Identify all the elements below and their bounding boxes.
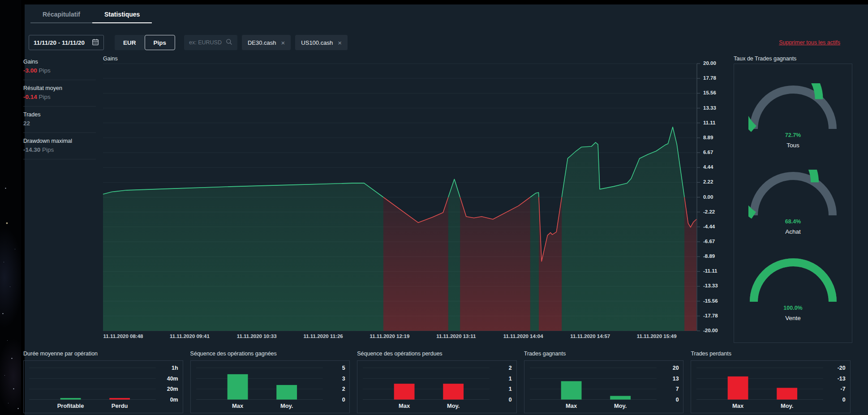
view-tabs: Récapitulatif Statistiques (30, 11, 152, 23)
svg-text:0: 0 (509, 397, 512, 403)
remove-asset-icon[interactable]: × (338, 39, 342, 46)
svg-text:Max: Max (399, 402, 410, 409)
svg-text:-13: -13 (838, 376, 846, 382)
win-rate-gauge: 72.7%Tous (748, 83, 838, 150)
summary-unit: Pips (40, 146, 54, 153)
x-tick-label: 11.11.2020 11:26 (303, 334, 343, 339)
svg-text:7: 7 (675, 386, 679, 392)
calendar-icon[interactable] (92, 39, 99, 47)
svg-text:Moy.: Moy. (614, 402, 627, 409)
tab-recapitulatif[interactable]: Récapitulatif (30, 11, 92, 23)
y-tick-label: -4.44 (703, 224, 715, 229)
summary-value: -0.14 Pips (23, 94, 96, 100)
x-tick-label: 11.11.2020 14:57 (570, 334, 610, 339)
y-axis-labels: 20.0017.7815.5613.3311.118.896.674.442.2… (703, 64, 735, 331)
gains-chart-canvas (103, 64, 700, 331)
svg-text:Max: Max (732, 402, 744, 409)
mini-chart-canvas: 5320MaxMoy. (191, 361, 350, 413)
y-tick-label: 11.11 (703, 120, 716, 125)
svg-text:0m: 0m (170, 397, 178, 403)
summary-value: -3.00 Pips (23, 67, 96, 74)
win-rate-gauge: 100.0%Vente (748, 256, 838, 323)
gauge-value: 68.4% (748, 218, 838, 225)
x-axis-labels: 11.11.2020 08:4811.11.2020 09:4111.11.20… (103, 334, 696, 341)
starfield (0, 0, 0, 0)
y-tick-label: -17.78 (703, 313, 718, 318)
svg-text:1: 1 (509, 386, 512, 392)
summary-value: -14.30 Pips (23, 146, 96, 153)
summary-unit: Pips (37, 67, 51, 74)
mini-chart-box: -20-13-70MaxMoy. (691, 360, 851, 413)
svg-text:13: 13 (673, 376, 679, 382)
svg-text:Max: Max (566, 402, 577, 409)
win-rate-gauge: 68.4%Achat (748, 170, 838, 237)
asset-tag[interactable]: US100.cash× (295, 35, 348, 50)
desktop-wallpaper-strip (0, 0, 21, 415)
svg-text:Moy.: Moy. (781, 402, 794, 409)
y-tick-label: 20.00 (703, 60, 716, 66)
x-tick-label: 11.11.2020 08:48 (103, 334, 143, 339)
mini-chart-box: 1h40m20m0mProfitablePerdu (23, 360, 183, 413)
y-tick-label: -6.67 (703, 239, 715, 244)
mini-chart-title: Durée moyenne par opération (23, 351, 183, 357)
mini-chart-canvas: -20-13-70MaxMoy. (691, 361, 850, 413)
gauge-label: Achat (748, 228, 838, 235)
svg-text:0: 0 (675, 397, 679, 403)
win-rate-gauges-panel: 72.7%Tous68.4%Achat100.0%Vente (734, 64, 852, 343)
svg-text:Perdu: Perdu (112, 402, 128, 409)
date-range-value: 11/11/20 - 11/11/20 (34, 39, 85, 46)
svg-text:0: 0 (842, 397, 846, 403)
remove-all-assets-link[interactable]: Supprimer tous les actifs (779, 39, 840, 46)
summary-number: -0.14 (23, 94, 37, 100)
gauge-value: 100.0% (748, 305, 838, 311)
x-tick-label: 11.11.2020 12:19 (370, 334, 410, 339)
y-tick-label: 13.33 (703, 105, 716, 111)
asset-tag[interactable]: DE30.cash× (242, 35, 291, 50)
y-tick-label: -13.33 (703, 283, 718, 288)
gauge-label: Tous (748, 142, 838, 149)
svg-text:Moy.: Moy. (280, 402, 293, 409)
y-tick-label: 4.44 (703, 164, 713, 170)
mini-chart-canvas: 201370MaxMoy. (524, 361, 683, 413)
svg-text:2: 2 (509, 365, 512, 371)
y-tick-label: 2.22 (703, 179, 713, 184)
date-range-input[interactable]: 11/11/20 - 11/11/20 (29, 35, 104, 50)
y-tick-label: 0.00 (703, 194, 713, 200)
mini-chart-box: 5320MaxMoy. (190, 360, 350, 413)
mini-chart-panel: Séquence des opérations gagnées5320MaxMo… (190, 351, 350, 413)
symbol-search-input[interactable]: ex: EURUSD (184, 35, 237, 50)
tab-statistiques[interactable]: Statistiques (92, 11, 152, 23)
summary-label: Drawdown maximal (23, 138, 96, 144)
mini-chart-panel: Trades gagnants201370MaxMoy. (524, 351, 684, 413)
trading-stats-app: Récapitulatif Statistiques 11/11/20 - 11… (0, 0, 868, 415)
y-tick-label: 6.67 (703, 150, 713, 155)
svg-text:20m: 20m (167, 386, 178, 392)
y-tick-label: 17.78 (703, 75, 716, 81)
y-tick-label: -2.22 (703, 209, 715, 214)
gauge-label: Vente (748, 315, 838, 321)
x-tick-label: 11.11.2020 14:04 (503, 334, 543, 339)
mini-charts-row: Durée moyenne par opération1h40m20m0mPro… (23, 351, 851, 413)
summary-item: Résultat moyen-0.14 Pips (23, 80, 96, 107)
currency-eur-button[interactable]: EUR (115, 35, 145, 50)
gains-line-chart: 20.0017.7815.5613.3311.118.896.674.442.2… (103, 64, 696, 331)
mini-chart-title: Trades gagnants (524, 351, 684, 357)
svg-text:Max: Max (232, 402, 244, 409)
y-tick-label: 8.89 (703, 135, 713, 140)
x-tick-label: 11.11.2020 09:41 (170, 334, 210, 339)
y-tick-label: -15.56 (703, 298, 718, 304)
remove-asset-icon[interactable]: × (281, 39, 285, 46)
summary-item: Gains-3.00 Pips (23, 54, 96, 80)
search-placeholder: ex: EURUSD (189, 39, 222, 46)
summary-number: -3.00 (23, 67, 37, 74)
search-icon (226, 39, 232, 47)
summary-number: -14.30 (23, 146, 40, 153)
svg-text:40m: 40m (167, 376, 178, 382)
mini-chart-panel: Séquence des opérations perdues2110MaxMo… (357, 351, 517, 413)
summary-unit: Pips (37, 94, 51, 100)
unit-pips-button[interactable]: Pips (145, 35, 176, 50)
summary-label: Résultat moyen (23, 85, 96, 91)
y-tick-label: -11.11 (703, 268, 717, 274)
y-tick-label: -20.00 (703, 328, 718, 333)
mini-chart-canvas: 2110MaxMoy. (357, 361, 516, 413)
